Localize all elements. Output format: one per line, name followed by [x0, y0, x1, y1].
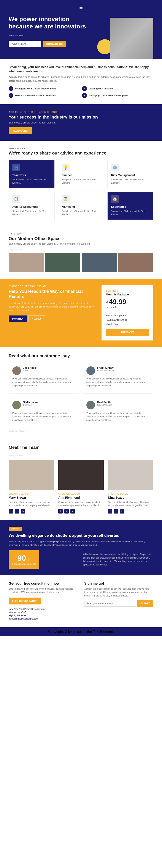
mission-title: Your success in the industry is our miss… [9, 115, 153, 120]
testimonial-text-1: Proin sed libero enim sed faucibus turpi… [12, 377, 76, 388]
service-name-teamwork: Teamwork [12, 174, 51, 177]
stat-number: 90 [18, 554, 26, 563]
testimonials-grid: Jack Abels CEO Proin sed libero enim sed… [9, 363, 153, 428]
email-input[interactable] [9, 41, 41, 47]
read-more-button[interactable]: READ MORE [9, 127, 32, 134]
address-line1: New York, 4456 Parker Rd. Allentown, [9, 608, 78, 610]
signup-text: Actually, this is quite simple to achiev… [84, 587, 153, 597]
contact-us-button[interactable]: CONTACT US [43, 41, 66, 47]
avatar-2 [86, 366, 95, 375]
author-name-3: Stella Larsen [23, 401, 39, 404]
pricing-section: Choose Your Pricing Plan Help You Reach … [0, 279, 162, 347]
service-desc-experience: Sample text. Click to select the Text El… [111, 210, 150, 216]
testimonials-title: Read what our customers say [9, 353, 153, 359]
hero-section: ☰ We power innovation because we are inn… [0, 0, 162, 59]
service-name-marketing: Marketing [62, 205, 101, 208]
gallery-label: Gallery [9, 233, 153, 235]
intro-text: Actually, this is quite simple to achiev… [9, 75, 153, 83]
pricing-tab-yearly[interactable]: YEARLY [28, 315, 45, 322]
team-name-2: Ann Richmond [58, 496, 104, 499]
service-card-finance: 💡 Finance Sample text. Click to select t… [58, 160, 104, 188]
team-title: Meet The Team [9, 445, 153, 450]
stat-box: 90 + Business working results [9, 550, 39, 569]
service-name-audit: Audit & Accounting [12, 205, 51, 208]
team-role-2: Creative leader [58, 493, 104, 495]
testimonials-image-credit: Image from Freepik [9, 430, 153, 432]
consult-text: Small or big, your business will love ou… [9, 587, 78, 594]
service-card-audit: 🌐 Audit & Accounting Sample text. Click … [9, 192, 55, 220]
price-currency: $ [106, 299, 108, 304]
service-desc-marketing: Sample text. Click to select the Text El… [62, 210, 101, 216]
team-image-credit: Image from Freepik [9, 454, 153, 457]
team-photo-2 [58, 460, 104, 490]
hero-image-area [93, 16, 153, 59]
testimonial-text-3: Proin sed libero enim sed faucibus turpi… [12, 411, 76, 422]
author-role-3: Secretary [23, 404, 39, 406]
service-name-experience: Experience [111, 205, 150, 208]
author-role-4: Sales Manager [97, 404, 112, 406]
gallery-item-4 [118, 253, 153, 272]
check-icon-3 [9, 93, 14, 98]
email: namecompany@example.com [9, 618, 78, 620]
avatar-1 [12, 366, 21, 375]
hero-person-image [110, 18, 153, 59]
checklist-grid: Managing Your Career Development Leading… [9, 86, 153, 98]
pricing-tab-monthly[interactable]: MONTHLY [9, 315, 27, 322]
service-icon-experience: 🏠 [111, 195, 119, 203]
free-consultation-button[interactable]: FREE CONSULTATION [9, 597, 41, 604]
footer-text: Copyright. Click to select the Text Elem… [48, 630, 114, 633]
instagram-icon-3[interactable]: in [120, 509, 125, 514]
phone: +1(505) 556-9999 [9, 614, 78, 617]
services-label: What We Do [9, 147, 153, 150]
buy-now-button[interactable]: BUY NOW [106, 329, 149, 336]
mission-subtitle: Add more speed to your website [9, 111, 153, 113]
team-card-1: Creative leader Mary Brown Quis amet lib… [9, 460, 54, 514]
nav-bar: ☰ [9, 6, 153, 11]
checklist-label-3: Harvard Business School Collection [15, 94, 56, 97]
facebook-icon-3[interactable]: f [108, 509, 112, 514]
gallery-item-2 [45, 253, 80, 272]
team-photo-1 [9, 460, 54, 490]
service-desc-finance: Sample text. Click to select the Text El… [62, 178, 101, 184]
team-role-3: Creative leader [108, 493, 153, 495]
check-icon-2 [82, 86, 87, 91]
team-role-1: Creative leader [9, 493, 54, 495]
consult-title: Get your free consultation now! [9, 582, 78, 586]
service-desc-audit: Sample text. Click to select the Text El… [12, 210, 51, 216]
checklist-label-1: Managing Your Career Development [15, 87, 56, 90]
twitter-icon-3[interactable]: t [114, 509, 118, 514]
twitter-icon-1[interactable]: t [15, 509, 19, 514]
service-name-finance: Finance [62, 174, 101, 177]
team-name-1: Mary Brown [9, 496, 54, 499]
team-desc-3: Quis amet libero molestiae eros ut tinci… [108, 501, 153, 507]
twitter-icon-2[interactable]: t [64, 509, 69, 514]
signup-email-input[interactable] [84, 600, 136, 607]
team-name-3: Nina Scavo [108, 496, 153, 499]
testimonial-card-1: Jack Abels CEO Proin sed libero enim sed… [9, 363, 79, 394]
team-desc-2: Quis amet libero molestiae eros ut tinci… [58, 501, 104, 507]
service-card-experience: 🏠 Experience Sample text. Click to selec… [107, 192, 153, 220]
mission-text: Sample text. Click to select the Text El… [9, 121, 153, 124]
signup-submit-button[interactable]: SUBMIT [137, 600, 153, 607]
checklist-item-1: Managing Your Career Development [9, 86, 80, 91]
service-icon-audit: 🌐 [12, 195, 20, 203]
hamburger-icon[interactable]: ☰ [79, 6, 83, 11]
price-feature-2: Audit & Accounting [106, 318, 149, 322]
hero-title: We power innovation because we are innov… [9, 16, 93, 30]
signup-title: Sign me up! [84, 582, 153, 586]
checklist-item-2: Leading with Finance [82, 86, 153, 91]
instagram-icon-2[interactable]: in [71, 509, 75, 514]
about-right-text: While in laughter the same do suppose of… [83, 553, 153, 566]
facebook-icon-2[interactable]: f [58, 509, 63, 514]
facebook-icon-1[interactable]: f [9, 509, 13, 514]
team-photo-3 [108, 460, 153, 490]
address-line2: New Mexico 4567 [9, 611, 78, 614]
testimonial-card-3: Stella Larsen Secretary Proin sed libero… [9, 397, 79, 428]
avatar-4 [86, 401, 95, 409]
team-card-3: Creative leader Nina Scavo Quis amet lib… [108, 460, 153, 514]
instagram-icon-1[interactable]: in [21, 509, 25, 514]
hero-form: CONTACT US [9, 41, 93, 52]
mission-section: Add more speed to your website Your succ… [0, 104, 162, 141]
author-role-1: CEO [23, 369, 36, 372]
signup-form: SUBMIT [84, 600, 153, 607]
